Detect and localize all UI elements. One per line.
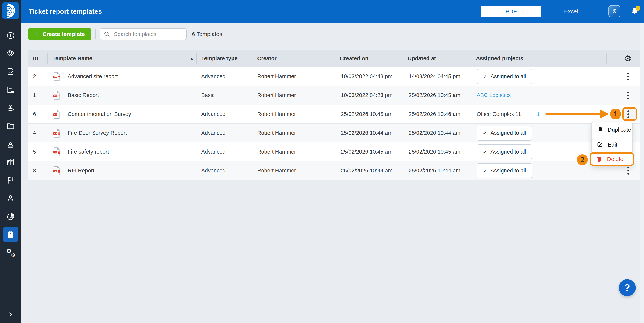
- top-header: Ticket report templates PDF Excel: [21, 0, 644, 23]
- cell-created-on: 10/03/2022 04:43 pm: [335, 67, 403, 86]
- form-signature-icon: [6, 67, 15, 76]
- excel-toggle-button[interactable]: Excel: [541, 6, 601, 17]
- cell-creator: Robert Hammer: [252, 161, 335, 180]
- sidebar-item-companies[interactable]: [3, 153, 18, 171]
- row-actions-kebab[interactable]: [626, 71, 631, 82]
- table-row: 3 PDF RFI Report Advanced Robert Hammer …: [28, 161, 640, 180]
- column-header-assigned-projects[interactable]: Assigned projects: [471, 50, 606, 67]
- sidebar-item-approvals[interactable]: [3, 135, 18, 153]
- svg-text:PDF: PDF: [54, 151, 57, 153]
- help-button[interactable]: ?: [619, 279, 636, 296]
- svg-text:PDF: PDF: [54, 170, 57, 172]
- template-name-text: RFI Report: [68, 168, 94, 174]
- sidebar-item-users[interactable]: [3, 189, 18, 207]
- table-row: 1 PDF Basic Report Basic Robert Hammer 1…: [28, 86, 640, 104]
- assigned-to-all-chip[interactable]: ✓Assigned to all: [477, 163, 532, 178]
- cell-template-name: PDF Basic Report: [48, 86, 196, 104]
- cell-template-type: Advanced: [196, 142, 252, 161]
- cell-id: 4: [28, 124, 48, 142]
- svg-text:PDF: PDF: [54, 114, 57, 116]
- table-row: 4 PDF Fire Door Survey Report Advanced R…: [28, 124, 640, 142]
- cell-assigned-projects: ✓Assigned to all: [471, 124, 606, 142]
- assigned-more-link[interactable]: +1: [534, 111, 540, 117]
- annotation-arrow: [546, 113, 601, 115]
- cell-assigned-projects: ✓Assigned to all: [471, 67, 606, 86]
- column-header-template-name[interactable]: Template Name ▲: [48, 50, 196, 67]
- sidebar-item-forms[interactable]: [3, 62, 18, 81]
- cell-template-type: Advanced: [196, 105, 252, 124]
- search-input[interactable]: [100, 28, 186, 40]
- tags-icon: [6, 49, 15, 58]
- sidebar-item-reports[interactable]: [3, 207, 18, 226]
- create-template-button[interactable]: + Create template: [28, 28, 91, 40]
- row-actions-kebab[interactable]: [626, 90, 631, 101]
- assigned-to-all-chip[interactable]: ✓Assigned to all: [477, 126, 532, 140]
- notifications-button[interactable]: [629, 6, 640, 17]
- annotation-arrow-head: [600, 110, 609, 118]
- cell-updated-at: 25/02/2026 10:44 am: [403, 161, 471, 180]
- templates-table: ID Template Name ▲ Template type Creator…: [28, 50, 640, 180]
- cell-creator: Robert Hammer: [252, 86, 335, 104]
- edit-icon: [597, 142, 603, 148]
- column-header-id[interactable]: ID: [28, 50, 48, 67]
- cell-id: 1: [28, 86, 48, 104]
- marketplace-app-button[interactable]: [608, 5, 620, 17]
- assigned-project-link[interactable]: ABC Logistics: [477, 92, 511, 98]
- sidebar-item-tags[interactable]: [3, 44, 18, 62]
- column-header-template-type[interactable]: Template type: [196, 50, 252, 67]
- row-actions-kebab[interactable]: [626, 165, 631, 176]
- cell-template-type: Basic: [196, 86, 252, 104]
- sort-ascending-icon: ▲: [190, 56, 194, 60]
- gears-icon: ⚙⚙: [6, 248, 15, 257]
- chevron-right-icon: ›: [9, 308, 12, 320]
- sidebar-item-resources[interactable]: [3, 99, 18, 117]
- column-header-creator[interactable]: Creator: [252, 50, 335, 67]
- user-icon: [6, 194, 15, 203]
- pdf-file-icon: PDF: [53, 72, 60, 81]
- assigned-to-all-chip[interactable]: ✓Assigned to all: [477, 144, 532, 160]
- logo-arcs-icon: [3, 3, 18, 18]
- cell-id: 2: [28, 67, 48, 86]
- pdf-file-icon: PDF: [53, 110, 60, 119]
- pdf-file-icon: PDF: [53, 128, 60, 138]
- column-header-actions: ⚙: [606, 50, 640, 67]
- check-icon: ✓: [483, 73, 488, 80]
- duplicate-icon: [597, 126, 603, 133]
- annotation-step-2: 2: [577, 154, 588, 165]
- cell-template-type: Advanced: [196, 124, 252, 142]
- pdf-toggle-button[interactable]: PDF: [481, 6, 541, 17]
- cell-assigned-projects: ✓Assigned to all: [471, 161, 606, 180]
- sidebar-item-documents[interactable]: [3, 117, 18, 135]
- assigned-project-text: Office Complex 11: [477, 111, 521, 117]
- person-location-icon: [6, 103, 15, 112]
- cell-created-on: 25/02/2026 10:45 am: [335, 105, 403, 124]
- table-settings-gear-icon[interactable]: ⚙: [624, 54, 632, 62]
- butterfly-app-icon: [610, 7, 618, 15]
- cell-creator: Robert Hammer: [252, 105, 335, 124]
- sidebar-item-statistics[interactable]: [3, 81, 18, 99]
- sidebar-item-settings[interactable]: ⚙⚙: [3, 244, 18, 262]
- column-header-updated-at[interactable]: Updated at: [403, 50, 471, 67]
- cell-created-on: 25/02/2026 10:44 am: [335, 124, 403, 142]
- sidebar-item-dashboard[interactable]: [3, 26, 18, 44]
- table-row: 5 PDF Fire safety report Advanced Robert…: [28, 142, 640, 161]
- search-icon: [104, 31, 110, 37]
- cell-actions: [606, 86, 640, 104]
- column-header-created-on[interactable]: Created on: [335, 50, 403, 67]
- toolbar: + Create template 6 Templates: [28, 28, 222, 40]
- trash-icon: [596, 156, 602, 162]
- sidebar-expand-button[interactable]: ›: [0, 307, 21, 320]
- sidebar-item-flags[interactable]: [3, 171, 18, 189]
- cell-updated-at: 25/02/2026 10:44 am: [403, 124, 471, 142]
- cell-created-on: 10/03/2022 04:23 pm: [335, 86, 403, 104]
- flag-icon: [6, 176, 15, 185]
- buildings-icon: [6, 158, 15, 166]
- cell-created-on: 25/02/2026 10:45 am: [335, 142, 403, 161]
- assigned-to-all-chip[interactable]: ✓Assigned to all: [477, 69, 532, 84]
- scrollbar-gutter[interactable]: [640, 23, 644, 323]
- menu-item-delete[interactable]: Delete: [590, 152, 634, 166]
- menu-item-duplicate[interactable]: Duplicate: [592, 122, 632, 137]
- menu-item-edit[interactable]: Edit: [592, 137, 632, 152]
- sidebar-item-templates[interactable]: [3, 226, 18, 242]
- cell-actions: [606, 67, 640, 86]
